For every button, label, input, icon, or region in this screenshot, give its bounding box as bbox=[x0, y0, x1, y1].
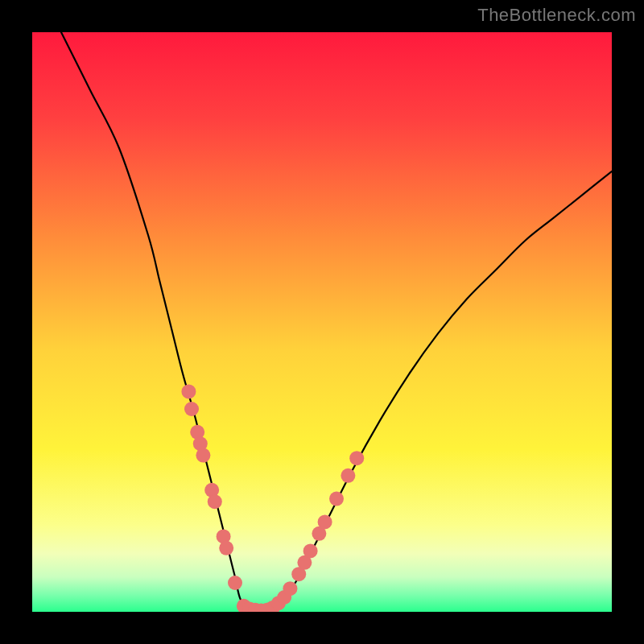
data-marker bbox=[196, 448, 210, 463]
data-marker bbox=[228, 576, 242, 590]
data-marker bbox=[181, 384, 196, 398]
data-marker bbox=[303, 543, 318, 558]
data-marker bbox=[318, 514, 332, 529]
data-marker bbox=[208, 494, 222, 509]
chart-area bbox=[32, 32, 612, 612]
data-marker bbox=[349, 451, 364, 465]
data-marker bbox=[184, 402, 199, 416]
watermark-text: TheBottleneck.com bbox=[477, 5, 636, 26]
data-marker bbox=[219, 541, 233, 555]
data-marker bbox=[283, 581, 297, 596]
data-marker bbox=[329, 492, 344, 506]
data-marker bbox=[341, 469, 355, 483]
chart-svg bbox=[32, 32, 612, 612]
